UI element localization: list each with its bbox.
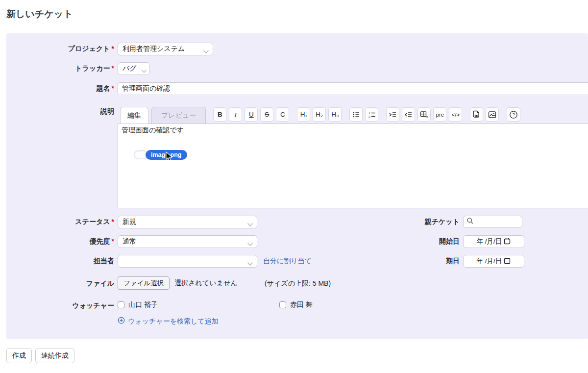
heading3-button[interactable]: H₃ (328, 107, 342, 122)
insert-table-button[interactable] (417, 107, 431, 122)
start-date-placeholder: 年 /月/日 (477, 237, 502, 246)
watcher-name: 山口 裕子 (128, 300, 158, 309)
indent-button[interactable] (386, 107, 399, 122)
add-watcher-row: ウォッチャーを検索して追加 (118, 317, 219, 326)
code-block-button[interactable]: </> (449, 107, 462, 122)
required-asterisk: * (112, 45, 114, 52)
search-icon (466, 217, 474, 226)
toolbar-group-indent: pre </> (386, 107, 465, 122)
watchers-label: ウォッチャー (6, 301, 114, 310)
project-label: プロジェクト* (6, 45, 114, 53)
chevron-down-icon (247, 221, 253, 228)
file-label: ファイル (6, 279, 114, 288)
tracker-select-value: バグ (122, 64, 137, 73)
preformatted-button[interactable]: pre (433, 107, 446, 122)
indent-icon (389, 111, 397, 119)
watcher-option[interactable]: 山口 裕子 (118, 300, 158, 309)
required-asterisk: * (112, 84, 114, 92)
required-asterisk: * (112, 237, 114, 245)
underline-button[interactable]: U (245, 107, 258, 122)
priority-label: 優先度* (6, 237, 114, 246)
chevron-down-icon (203, 48, 209, 55)
file-status-text: 選択されていません (174, 279, 237, 288)
italic-button[interactable]: I (229, 107, 242, 122)
bullet-list-icon (352, 111, 360, 119)
toolbar-group-headings: H₁ H₂ H₃ (297, 107, 344, 122)
description-text: 管理画面の確認です (122, 126, 184, 135)
heading1-button[interactable]: H₁ (297, 107, 310, 122)
priority-select[interactable]: 通常 (118, 235, 257, 248)
create-and-continue-button[interactable]: 連続作成 (35, 348, 74, 363)
status-select-value: 新規 (122, 218, 136, 226)
tracker-label: トラッカー* (6, 64, 114, 73)
description-label: 説明 (6, 107, 114, 116)
bold-button[interactable]: B (213, 107, 226, 122)
tracker-row: トラッカー* バグ (6, 62, 588, 76)
status-select[interactable]: 新規 (118, 216, 257, 228)
description-textarea[interactable]: 管理画面の確認です image.png (118, 124, 588, 208)
file-select-button[interactable]: ファイル選択 (118, 276, 170, 290)
outdent-button[interactable] (402, 107, 415, 122)
required-asterisk: * (112, 64, 114, 72)
project-row: プロジェクト* 利用者管理システム (6, 43, 588, 56)
watchers-row: ウォッチャー 山口 裕子 赤田 舞 (6, 299, 588, 313)
help-icon: ? (509, 110, 518, 119)
outdent-icon (404, 111, 413, 119)
chevron-down-icon (247, 260, 253, 268)
heading2-button[interactable]: H₂ (313, 107, 326, 122)
chevron-down-icon (247, 240, 253, 248)
inline-code-button[interactable]: C (276, 107, 289, 122)
status-row: ステータス* 新規 親チケット (6, 216, 588, 229)
mouse-cursor-icon (165, 151, 172, 164)
wiki-link-button[interactable] (470, 107, 483, 122)
subject-label: 題名* (6, 84, 114, 93)
tab-edit[interactable]: 編集 (120, 107, 148, 124)
editor-toolbar-bar: 編集 プレビュー B I U S C H₁ H₂ H₃ 12 (118, 105, 588, 124)
svg-text:?: ? (513, 112, 515, 117)
checkbox[interactable] (118, 301, 124, 308)
document-link-icon (472, 110, 481, 119)
toolbar-group-help: ? (507, 107, 523, 122)
create-button[interactable]: 作成 (6, 348, 32, 363)
strikethrough-button[interactable]: S (260, 107, 273, 122)
project-select-value: 利用者管理システム (122, 45, 185, 53)
priority-row: 優先度* 通常 開始日 年 /月/日 (6, 235, 588, 249)
due-date-label: 期日 (349, 257, 460, 266)
subject-input-value: 管理画面の確認 (122, 84, 170, 93)
start-date-input[interactable]: 年 /月/日 (463, 235, 524, 248)
insert-image-button[interactable] (486, 107, 499, 122)
image-icon (488, 111, 496, 119)
numbered-list-icon: 12 (368, 111, 376, 119)
parent-issue-label: 親チケット (349, 218, 460, 226)
parent-issue-input[interactable] (463, 216, 522, 228)
tracker-select[interactable]: バグ (118, 62, 150, 75)
add-watcher-link[interactable]: ウォッチャーを検索して追加 (128, 317, 219, 326)
required-asterisk: * (112, 218, 114, 225)
chevron-down-icon (141, 67, 147, 75)
due-date-input[interactable]: 年 /月/日 (463, 255, 524, 268)
help-button[interactable]: ? (507, 107, 520, 122)
calendar-icon (504, 257, 511, 266)
page-title: 新しいチケット (6, 8, 73, 21)
table-plus-icon (420, 111, 428, 119)
new-issue-page: 新しいチケット プロジェクト* 利用者管理システム トラッカー* バグ 題名* … (0, 0, 588, 373)
bullet-list-button[interactable] (349, 107, 363, 122)
project-select[interactable]: 利用者管理システム (118, 43, 213, 55)
calendar-icon (504, 238, 511, 246)
file-row: ファイル ファイル選択 選択されていません (サイズの上限: 5 MB) (6, 276, 588, 291)
priority-select-value: 通常 (122, 237, 136, 246)
watcher-option[interactable]: 赤田 舞 (279, 300, 313, 309)
numbered-list-button[interactable]: 12 (365, 107, 378, 122)
new-issue-form: プロジェクト* 利用者管理システム トラッカー* バグ 題名* 管理画面の確認 … (6, 33, 588, 339)
assignee-label: 担当者 (6, 257, 114, 266)
subject-row: 題名* 管理画面の確認 (6, 82, 588, 96)
assign-to-me-link[interactable]: 自分に割り当て (263, 257, 312, 266)
form-actions: 作成 連続作成 (6, 348, 74, 363)
svg-text:2: 2 (368, 115, 370, 118)
plus-circle-icon (118, 317, 125, 326)
tab-preview[interactable]: プレビュー (151, 107, 206, 124)
due-date-placeholder: 年 /月/日 (477, 257, 502, 266)
assignee-select[interactable] (118, 255, 257, 268)
checkbox[interactable] (279, 301, 286, 308)
subject-input[interactable]: 管理画面の確認 (118, 82, 588, 95)
